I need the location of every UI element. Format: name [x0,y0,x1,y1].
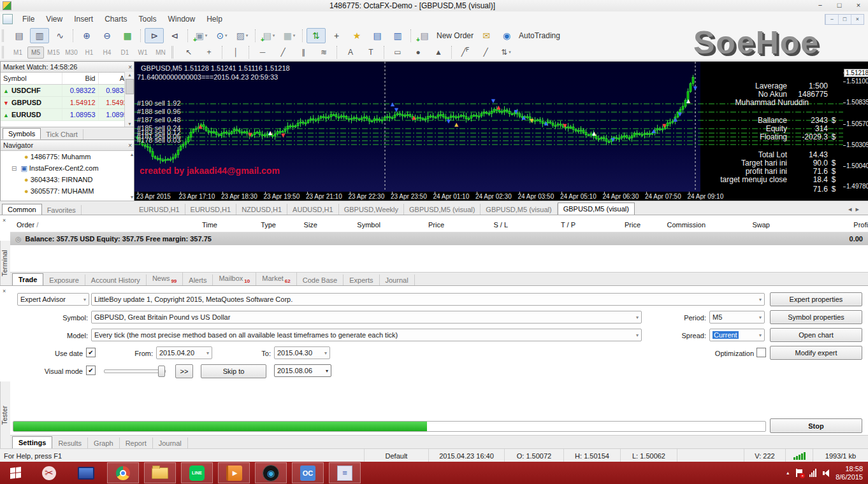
taskbar-chrome-button[interactable] [107,462,139,483]
chart-tab-3[interactable]: AUDUSD,H1 [287,204,339,215]
modify-expert-button[interactable]: Modify expert [770,346,862,360]
taskbar-octafx-button[interactable]: OC [292,462,324,483]
new-order-button[interactable]: New Order [437,31,474,40]
taskbar-start-button[interactable] [3,462,28,483]
market-watch-tab-symbols[interactable]: Symbols [3,128,41,139]
market-watch-tab-tick-chart[interactable]: Tick Chart [41,129,83,139]
terminal-tab-exposure[interactable]: Exposure [43,274,85,286]
triangle-button[interactable]: ▲ [429,46,448,59]
templates-button[interactable]: ▨▾ [233,28,252,43]
trendline-button[interactable]: ╱ [273,46,293,59]
symbol-properties-button[interactable]: Symbol properties [770,310,862,324]
expert-properties-button[interactable]: Expert properties [770,292,862,306]
scrollbar-thumb[interactable] [126,79,134,94]
order-column-time[interactable]: Time [202,221,217,229]
taskbar-power-app-button[interactable]: ◉ [255,462,287,483]
candlestick-chart-button[interactable]: ▥ [30,28,49,43]
navigator-item-2[interactable]: ●3604343: FIRNAND [1,174,134,185]
profiles-button[interactable]: ⊙▾ [212,28,231,43]
navigator-item-1[interactable]: ⊟▣InstaForex-Cent2.com [1,162,134,174]
vertical-line-button[interactable]: │ [226,46,245,59]
timeframe-m5-button[interactable]: M5 [27,46,44,59]
timeframe-m30-button[interactable]: M30 [63,46,80,59]
gann-tools-button[interactable]: ╱ [476,46,495,59]
terminal-tab-code-base[interactable]: Code Base [297,274,344,286]
menu-window[interactable]: Window [163,13,201,25]
market-watch-scrollbar[interactable]: ▴ ▾ [124,72,134,127]
autotrading-button[interactable]: ◉ [497,28,516,43]
line-chart-button[interactable]: ∿ [50,28,69,43]
status-profile[interactable]: Default [364,449,428,462]
from-date-select[interactable]: 2015.04.20 ▾ [156,346,212,359]
navigator-close-icon[interactable]: × [128,142,132,149]
crosshair-toolbar-button[interactable]: + [327,28,346,43]
order-column-symbol[interactable]: Symbol [357,221,380,229]
chart-tab-0[interactable]: EURUSD,H1 [134,204,185,215]
scroll-up-icon[interactable]: ▴ [128,72,131,78]
visual-speed-slider[interactable] [104,369,166,373]
menu-help[interactable]: Help [201,13,228,25]
taskbar-remote-desktop-button[interactable] [70,462,102,483]
bar-chart-button[interactable]: ▤ [10,28,29,43]
strategy-tester-button[interactable]: ▥ [388,28,407,43]
optimization-checkbox[interactable] [756,348,766,357]
terminal-tab-mailbox[interactable]: Mailbox10 [213,273,256,286]
visual-mode-checkbox[interactable]: ✔ [86,366,96,375]
scroll-down-icon[interactable]: ▾ [128,121,131,127]
menu-view[interactable]: View [40,13,68,25]
skip-to-button[interactable]: Skip to [201,364,266,378]
scale-updown-button[interactable]: ⇅ [307,28,326,43]
tray-show-hidden-icon[interactable]: ▴ [786,470,789,476]
window-minimize-button[interactable]: − [811,1,830,11]
favorites-star-button[interactable]: ★ [347,28,366,43]
order-column-profit[interactable]: Profit [853,221,868,229]
order-column-price[interactable]: Price [428,221,444,229]
menu-tools[interactable]: Tools [133,13,163,25]
tester-close-icon[interactable]: × [3,288,6,294]
window-close-button[interactable]: × [849,1,868,11]
rectangle-button[interactable]: ▭ [388,46,407,59]
terminal-tab-news[interactable]: News99 [147,273,183,286]
terminal-tab-account-history[interactable]: Account History [85,274,147,286]
order-column-type[interactable]: Type [261,221,276,229]
symbol-select[interactable]: GBPUSD, Great Britain Pound vs US Dollar… [91,311,642,324]
order-column-commission[interactable]: Commission [667,221,705,229]
chart-tab-4[interactable]: GBPUSD,Weekly [339,204,404,215]
stop-button[interactable]: Stop [770,418,862,433]
taskbar-media-player-button[interactable]: ▶ [218,462,250,483]
volume-icon[interactable] [823,469,829,477]
model-select[interactable]: Every tick (the most precise method base… [91,329,642,341]
order-column-swap[interactable]: Swap [752,221,770,229]
ellipse-button[interactable]: ● [409,46,428,59]
menu-file[interactable]: File [17,13,40,25]
order-column-order[interactable]: Order / [17,221,38,229]
timeframe-m1-button[interactable]: M1 [10,46,26,59]
periods-button[interactable]: ▦▾ [280,28,299,43]
timeframe-h1-button[interactable]: H1 [81,46,98,59]
market-watch-row-usdchf[interactable]: ▲USDCHF0.983220.98333 [1,85,134,97]
chart-tabs-scroll-arrows[interactable]: ◂▸ [843,203,868,215]
navigator-tab-favorites[interactable]: Favorites [42,205,82,215]
to-date-select[interactable]: 2015.04.30 ▾ [274,346,330,359]
tile-windows-button[interactable]: ▦ [118,28,137,43]
tester-tab-results[interactable]: Results [52,438,88,449]
taskbar-line-button[interactable]: LINE [181,462,213,483]
navigator-tab-common[interactable]: Common [2,204,42,215]
order-column-size[interactable]: Size [304,221,317,229]
terminal-tab-trade[interactable]: Trade [12,273,43,286]
tester-tab-journal[interactable]: Journal [153,438,188,449]
terminal-tab-experts[interactable]: Experts [344,274,379,286]
timeframe-d1-button[interactable]: D1 [117,46,133,59]
child-minimize-button[interactable]: − [825,15,838,24]
skip-date-select[interactable]: 2015.08.06 ▾ [274,364,331,377]
open-chart-button[interactable]: Open chart [770,328,862,342]
child-restore-button[interactable]: □ [838,15,851,24]
indicators-button[interactable]: ▤+▾ [259,28,278,43]
chart-tab-1[interactable]: EURUSD,H1 [185,204,237,215]
child-close-button[interactable]: × [851,15,864,24]
arrows-tool-button[interactable]: ⇅▾ [496,46,516,59]
data-window-button[interactable]: ▤ [368,28,387,43]
chart-shift-button[interactable]: ⊲ [165,28,184,43]
autotrading-button[interactable]: AutoTrading [519,31,560,40]
timeframe-w1-button[interactable]: W1 [134,46,151,59]
